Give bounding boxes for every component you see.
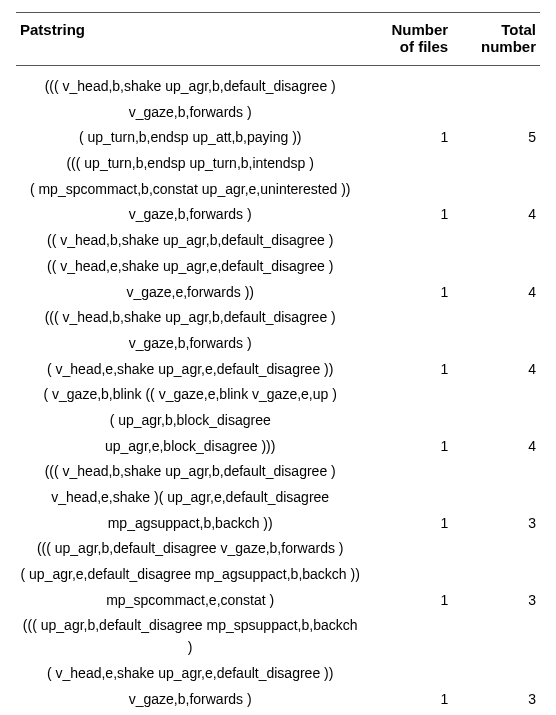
patstring-cell: ( up_agr,e,default_disagree mp_agsuppact… [16,562,364,588]
patstring-cell: (( v_head,e,shake up_agr,e,default_disag… [16,254,364,280]
total-cell: 4 [452,434,540,460]
total-cell [452,661,540,687]
col-header-patstring: Patstring [16,13,364,66]
total-cell [452,66,540,100]
table-row: ((( up_turn,b,endsp up_turn,b,intendsp ) [16,151,540,177]
table-row: (( v_head,e,shake up_agr,e,default_disag… [16,254,540,280]
files-cell [364,485,452,511]
files-cell [364,562,452,588]
patstring-cell: v_head,e,shake )( up_agr,e,default_disag… [16,485,364,511]
patstring-cell: ((( up_agr,b,default_disagree v_gaze,b,f… [16,536,364,562]
files-cell: 1 [364,687,452,713]
table-row: v_head,e,shake )( up_agr,e,default_disag… [16,485,540,511]
total-cell [452,305,540,331]
table-row: ( v_head,e,shake up_agr,e,default_disagr… [16,357,540,383]
files-cell [364,66,452,100]
patstring-cell: ( v_head,e,shake up_agr,e,default_disagr… [16,357,364,383]
patstring-cell: (( v_head,b,shake up_agr,b,default_disag… [16,228,364,254]
files-cell [364,254,452,280]
files-cell [364,382,452,408]
table-row: ((( v_head,b,shake up_agr,b,default_disa… [16,305,540,331]
files-cell [364,408,452,434]
files-cell: 1 [364,202,452,228]
files-cell [364,177,452,203]
total-cell: 4 [452,202,540,228]
files-cell [364,613,452,660]
table-row: ( up_agr,b,block_disagree [16,408,540,434]
patstring-cell: ( v_gaze,b,blink (( v_gaze,e,blink v_gaz… [16,382,364,408]
total-cell [452,151,540,177]
files-cell [364,228,452,254]
table-body: ((( v_head,b,shake up_agr,b,default_disa… [16,66,540,716]
table-row: ((( up_agr,b,default_disagree v_gaze,b,f… [16,536,540,562]
total-cell: 4 [452,280,540,306]
table-row: mp_agsuppact,b,backch ))13 [16,511,540,537]
patstring-cell: ( up_agr,b,block_disagree [16,408,364,434]
table-row: (( v_head,b,shake up_agr,b,default_disag… [16,228,540,254]
files-cell [364,151,452,177]
col-header-files: Numberof files [364,13,452,66]
patstring-cell: ((( v_head,b,shake up_agr,b,default_disa… [16,459,364,485]
files-cell [364,100,452,126]
total-cell [452,408,540,434]
files-cell [364,305,452,331]
total-cell: 3 [452,687,540,713]
table-row: ( v_gaze,b,blink (( v_gaze,e,blink v_gaz… [16,382,540,408]
total-cell [452,382,540,408]
total-cell: 5 [452,125,540,151]
total-cell: 3 [452,511,540,537]
total-cell [452,100,540,126]
files-cell [364,459,452,485]
files-cell: 1 [364,280,452,306]
total-cell: 4 [452,357,540,383]
table-row: ( up_turn,b,endsp up_att,b,paying ))15 [16,125,540,151]
table-row: ((( v_head,b,shake up_agr,b,default_disa… [16,459,540,485]
files-cell [364,331,452,357]
files-cell: 1 [364,125,452,151]
table-row: v_gaze,b,forwards )14 [16,202,540,228]
table-row: ( v_head,e,shake up_agr,e,default_disagr… [16,661,540,687]
patstring-cell: v_gaze,b,forwards ) [16,202,364,228]
table-row: ((( up_agr,b,default_disagree mp_spsuppa… [16,613,540,660]
patstring-cell: v_gaze,b,forwards ) [16,100,364,126]
total-cell [452,254,540,280]
patstring-table: Patstring Numberof files Totalnumber (((… [16,12,540,715]
table-row: ((( v_head,b,shake up_agr,b,default_disa… [16,66,540,100]
files-cell [364,536,452,562]
patstring-cell: mp_spcommact,e,constat ) [16,588,364,614]
table-row: mp_spcommact,e,constat )13 [16,588,540,614]
table-row: v_gaze,e,forwards ))14 [16,280,540,306]
patstring-cell: ((( v_head,b,shake up_agr,b,default_disa… [16,305,364,331]
col-header-total: Totalnumber [452,13,540,66]
total-cell [452,536,540,562]
table-row: ( up_agr,e,default_disagree mp_agsuppact… [16,562,540,588]
table-row: v_gaze,b,forwards ) [16,100,540,126]
patstring-cell: v_gaze,b,forwards ) [16,687,364,713]
patstring-cell: ( v_head,e,shake up_agr,e,default_disagr… [16,661,364,687]
total-cell [452,228,540,254]
total-cell [452,613,540,660]
files-cell: 1 [364,357,452,383]
table-header-row: Patstring Numberof files Totalnumber [16,13,540,66]
patstring-cell: v_gaze,e,forwards )) [16,280,364,306]
files-cell: 1 [364,588,452,614]
total-cell [452,177,540,203]
total-cell [452,485,540,511]
table-row: ( mp_spcommact,b,constat up_agr,e,uninte… [16,177,540,203]
total-cell [452,331,540,357]
files-cell [364,661,452,687]
patstring-cell: v_gaze,b,forwards ) [16,331,364,357]
table-row: v_gaze,b,forwards )13 [16,687,540,713]
files-cell: 1 [364,434,452,460]
patstring-cell: ((( up_agr,b,default_disagree mp_spsuppa… [16,613,364,660]
table-row: up_agr,e,block_disagree )))14 [16,434,540,460]
total-cell [452,459,540,485]
files-cell: 1 [364,511,452,537]
table-row: v_gaze,b,forwards ) [16,331,540,357]
total-cell [452,562,540,588]
patstring-cell: up_agr,e,block_disagree ))) [16,434,364,460]
patstring-cell: ( mp_spcommact,b,constat up_agr,e,uninte… [16,177,364,203]
patstring-cell: ((( v_head,b,shake up_agr,b,default_disa… [16,66,364,100]
patstring-cell: ((( up_turn,b,endsp up_turn,b,intendsp ) [16,151,364,177]
patstring-cell: mp_agsuppact,b,backch )) [16,511,364,537]
